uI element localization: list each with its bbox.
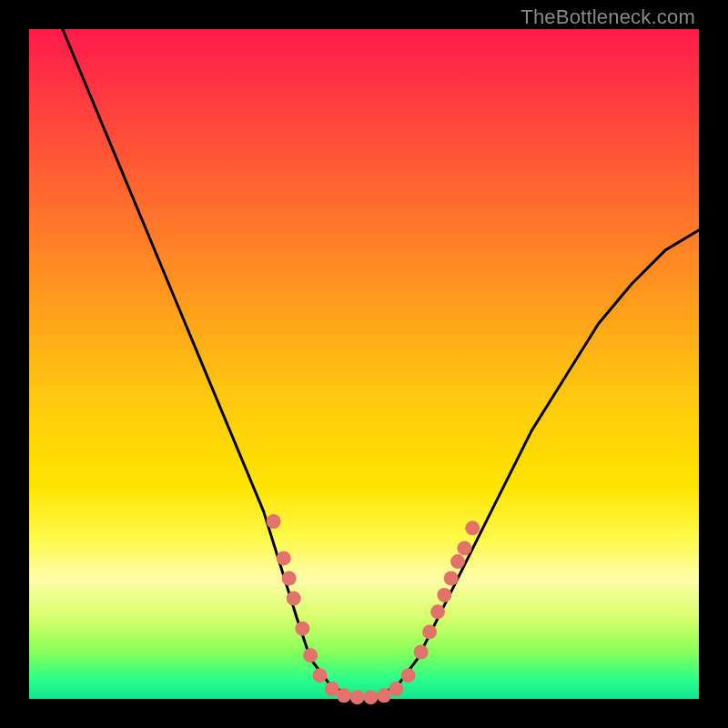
- curve-marker: [363, 690, 378, 704]
- curve-marker: [444, 571, 459, 586]
- curve-marker: [282, 571, 297, 586]
- curve-markers: [267, 514, 480, 704]
- curve-marker: [287, 592, 301, 606]
- curve-marker: [457, 541, 471, 555]
- curve-marker: [401, 668, 416, 682]
- curve-svg: [29, 29, 699, 699]
- watermark-text: TheBottleneck.com: [521, 5, 695, 29]
- curve-marker: [337, 688, 351, 703]
- chart-frame: TheBottleneck.com: [0, 0, 728, 728]
- curve-marker: [389, 682, 403, 696]
- curve-marker: [450, 554, 465, 569]
- bottleneck-curve: [63, 29, 699, 699]
- curve-marker: [303, 648, 318, 662]
- curve-marker: [350, 690, 365, 704]
- curve-marker: [465, 521, 480, 535]
- curve-marker: [267, 514, 281, 529]
- curve-marker: [295, 622, 309, 636]
- curve-marker: [437, 588, 451, 602]
- curve-marker: [277, 551, 291, 565]
- curve-marker: [422, 624, 437, 639]
- curve-marker: [312, 668, 327, 682]
- plot-area: [29, 29, 699, 699]
- curve-marker: [414, 645, 429, 660]
- curve-marker: [430, 604, 445, 619]
